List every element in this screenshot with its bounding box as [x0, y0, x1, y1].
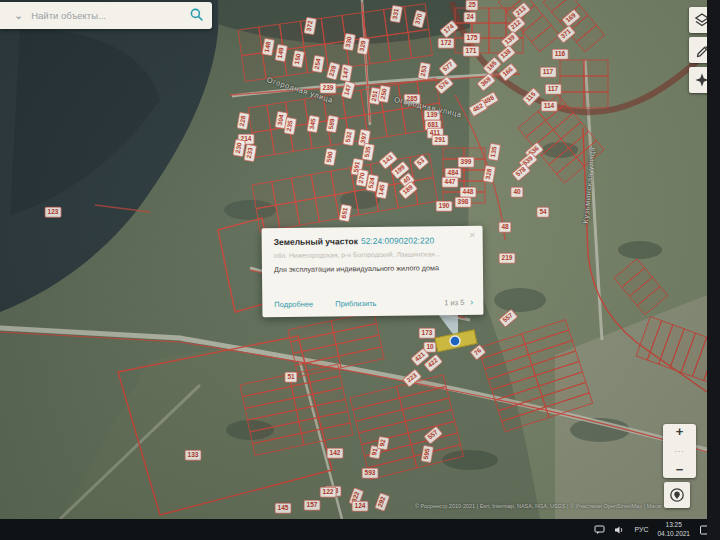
parcel-label[interactable]: 291 [432, 135, 449, 146]
parcel-label[interactable]: 54 [536, 207, 549, 218]
parcel-label[interactable]: 345 [306, 115, 319, 133]
parcel-label[interactable]: 174 [439, 20, 459, 39]
parcel-label[interactable]: 398 [455, 197, 472, 208]
parcel-label[interactable]: 535 [361, 143, 374, 161]
parcel-label[interactable]: 169 [561, 9, 581, 28]
parcel-label[interactable]: 123 [45, 207, 62, 218]
taskbar-time: 13:25 [657, 521, 690, 530]
map-attribution: © Росреестр 2010-2021 | Esri, Intermap, … [415, 503, 662, 509]
cadastral-number-link[interactable]: 52:24:0090202:220 [361, 235, 434, 246]
search-icon[interactable] [190, 7, 203, 25]
parcel-label[interactable]: 593 [362, 468, 379, 479]
popup-title: Земельный участок52:24:0090202:220 [274, 235, 471, 247]
language-indicator[interactable]: РУС [634, 526, 648, 533]
parcel-label[interactable]: 577 [438, 58, 458, 77]
parcel-label[interactable]: 589 [325, 115, 338, 133]
chevron-down-icon[interactable]: ⌄ [14, 9, 23, 22]
chat-tray-icon[interactable] [594, 525, 605, 535]
parcel-label[interactable]: 557 [498, 309, 518, 328]
parcel-label[interactable]: 250 [377, 85, 390, 103]
parcel-label[interactable]: 114 [541, 101, 558, 112]
parcel-label[interactable]: 122 [320, 487, 337, 498]
parcel-label[interactable]: 292 [374, 492, 390, 511]
search-input[interactable] [29, 9, 181, 22]
parcel-label[interactable]: 228 [236, 112, 249, 130]
parcel-label[interactable]: 145 [375, 181, 388, 199]
parcel-label[interactable]: 76 [470, 344, 487, 361]
parcel-label[interactable]: 369 [476, 73, 496, 92]
parcel-label[interactable]: 590 [323, 148, 336, 166]
street-label: Кузьминская улица [581, 146, 597, 224]
speaker-icon[interactable] [614, 525, 625, 535]
screen-photo: 3723313703303292524174175172171213212139… [0, 0, 720, 540]
parcel-label[interactable]: 212 [506, 16, 526, 35]
details-link[interactable]: Подробнее [274, 299, 313, 308]
parcel-label[interactable]: 557 [423, 426, 443, 445]
zoom-out-button[interactable]: − [676, 464, 684, 476]
close-icon[interactable]: ✕ [469, 231, 476, 240]
parcel-label[interactable]: 372 [303, 17, 316, 35]
parcel-label[interactable]: 117 [545, 84, 562, 95]
parcel-label[interactable]: 399 [458, 157, 475, 168]
parcel-label[interactable]: 25 [465, 0, 478, 10]
parcel-label[interactable]: 150 [291, 50, 304, 68]
parcel-label[interactable]: 149 [274, 44, 287, 62]
parcel-label[interactable]: 115 [521, 87, 540, 106]
parcel-label[interactable]: 254 [311, 55, 324, 73]
parcel-label[interactable]: 253 [417, 62, 430, 80]
parcel-label[interactable]: 190 [436, 201, 453, 212]
parcel-label[interactable]: 532 [342, 128, 355, 146]
parcel-label[interactable]: 166 [498, 63, 518, 82]
parcel-label[interactable]: 48 [498, 222, 511, 233]
parcel-label[interactable]: 124 [352, 501, 369, 512]
parcel-label[interactable]: 370 [412, 9, 427, 28]
parcel-label[interactable]: 239 [326, 61, 341, 80]
taskbar-date: 04.10.2021 [657, 530, 690, 539]
parcel-label[interactable]: 235 [283, 117, 296, 135]
parcel-label[interactable]: 147 [339, 64, 352, 82]
parcel-label[interactable]: 40 [510, 187, 523, 198]
parcel-address: обл. Нижегородская, р-н Богородский, Лак… [274, 250, 471, 259]
search-bar[interactable]: ⌄ [0, 2, 212, 29]
next-result-icon[interactable]: › [470, 297, 473, 307]
taskbar-clock[interactable]: 13:25 04.10.2021 [657, 521, 690, 539]
zoom-control: + ··· − [663, 424, 696, 478]
parcel-label[interactable]: 147 [341, 80, 356, 99]
parcel-label[interactable]: 651 [338, 204, 351, 222]
parcel-label[interactable]: 576 [434, 76, 454, 95]
my-location-button[interactable] [664, 482, 690, 508]
zoom-slider-handle[interactable]: ··· [675, 449, 685, 454]
parcel-label[interactable]: 148 [261, 38, 274, 56]
parcel-label[interactable]: 328 [482, 165, 495, 183]
parcel-label[interactable]: 157 [304, 500, 321, 511]
zoom-to-link[interactable]: Приблизить [335, 298, 376, 307]
parcel-label[interactable]: 448 [460, 187, 477, 198]
zoom-in-button[interactable]: + [676, 426, 684, 438]
parcel-label[interactable]: 223 [402, 369, 422, 388]
parcel-label[interactable]: 142 [327, 448, 344, 459]
parcel-label[interactable]: 53 [413, 154, 430, 171]
parcel-label[interactable]: 173 [419, 328, 436, 339]
parcel-label[interactable]: 92 [377, 436, 390, 451]
parcel-label[interactable]: 175 [464, 33, 481, 44]
geolocation-icon [668, 486, 686, 504]
parcel-label[interactable]: 219 [499, 253, 516, 264]
parcel-label[interactable]: 329 [356, 37, 369, 55]
parcel-label[interactable]: 447 [442, 177, 459, 188]
parcel-label[interactable]: 330 [342, 33, 355, 51]
parcel-label[interactable]: 24 [463, 12, 476, 23]
monitor-bezel [707, 0, 720, 540]
parcel-label[interactable]: 145 [275, 503, 292, 514]
parcel-label[interactable]: 51 [284, 372, 297, 383]
parcel-info-popup: Земельный участок52:24:0090202:220 ✕ обл… [262, 226, 484, 317]
parcel-label[interactable]: 133 [185, 450, 202, 461]
parcel-label[interactable]: 135 [487, 143, 500, 161]
parcel-label[interactable]: 171 [463, 46, 480, 57]
parcel-label[interactable]: 233 [243, 144, 256, 162]
parcel-label[interactable]: 117 [540, 67, 557, 78]
parcel-label[interactable]: 595 [420, 445, 433, 463]
parcel-label[interactable]: 371 [556, 25, 576, 44]
parcel-label[interactable]: 172 [438, 38, 455, 49]
parcel-label[interactable]: 116 [552, 49, 569, 60]
parcel-label[interactable]: 331 [389, 5, 402, 23]
